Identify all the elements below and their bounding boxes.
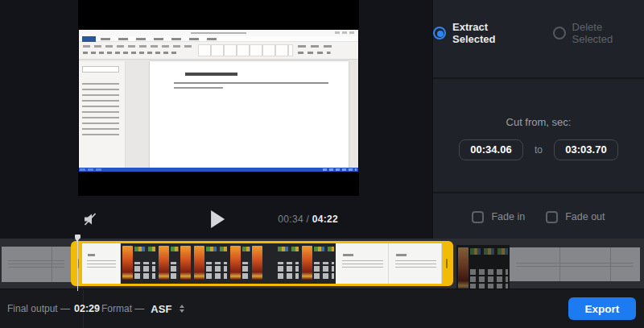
game-thumb-tiles — [242, 262, 250, 280]
checkbox-icon — [546, 211, 558, 223]
video-trimmer-app: 00:34 / 04:22 Extract Selected Delete Se… — [0, 0, 644, 328]
timeline-thumbnail-game[interactable] — [229, 243, 264, 284]
game-poster-art — [302, 246, 312, 280]
handle-grip-icon — [446, 259, 448, 268]
fade-in-checkbox[interactable]: Fade in — [472, 211, 525, 223]
fade-in-label: Fade in — [491, 211, 525, 222]
timeline-thumbnail-game[interactable] — [121, 243, 157, 284]
preview-stage: 00:34 / 04:22 — [0, 0, 432, 239]
delete-selected-radio[interactable]: Delete Selected — [553, 21, 644, 45]
word-styles-gallery — [198, 44, 293, 56]
timeline-thumbnail-game[interactable] — [264, 243, 300, 284]
format-value: ASF — [151, 303, 171, 315]
game-thumb-tiles — [470, 268, 508, 292]
game-poster-art — [230, 246, 241, 280]
timeline-thumbnail-game[interactable] — [157, 243, 192, 284]
timeline-selection[interactable] — [71, 241, 453, 286]
document-paragraph — [174, 82, 329, 92]
game-thumb-tiles — [206, 262, 227, 280]
game-poster-art — [180, 246, 191, 280]
play-button[interactable] — [211, 210, 225, 228]
word-body — [79, 61, 358, 168]
radio-off-icon — [553, 27, 566, 39]
word-titlebar — [79, 30, 358, 36]
timeline-thumbnail-game[interactable] — [192, 243, 229, 284]
windows-taskbar — [79, 168, 358, 172]
word-document-page — [150, 61, 349, 168]
timeline-thumbnails-dimmed-right[interactable] — [510, 247, 640, 281]
format-select[interactable]: Format — ASF — [101, 303, 184, 315]
selection-left-handle[interactable] — [73, 243, 82, 284]
timeline-thumbnail-doc[interactable] — [336, 243, 389, 284]
timeline-thumbnail-doc[interactable] — [82, 243, 121, 284]
selection-track[interactable] — [82, 243, 442, 284]
game-thumb-strip — [278, 247, 299, 252]
cut-from-input[interactable] — [459, 139, 523, 160]
game-poster-art — [458, 247, 469, 290]
word-ribbon — [79, 42, 358, 60]
document-heading — [185, 73, 237, 76]
settings-panel: Extract Selected Delete Selected Cut fro… — [432, 0, 644, 239]
mute-button[interactable] — [80, 209, 101, 230]
word-canvas — [126, 61, 358, 168]
game-thumb-tiles — [134, 262, 155, 280]
game-thumb-strip — [134, 247, 155, 252]
timeline[interactable] — [0, 239, 644, 289]
game-poster-art — [159, 246, 169, 280]
bottom-bar: Final output — 02:29 Format — ASF Export — [0, 289, 644, 328]
timeline-thumbnail-dimmed-game[interactable] — [456, 245, 510, 295]
timeline-thumbnail-doc[interactable] — [389, 243, 442, 284]
final-output: Final output — 02:29 — [0, 289, 84, 328]
game-thumb-tiles — [171, 262, 179, 280]
game-thumb-tiles — [314, 262, 334, 280]
game-poster-art — [194, 246, 204, 280]
mode-section: Extract Selected Delete Selected — [433, 0, 644, 79]
total-duration: 04:22 — [312, 214, 338, 225]
to-label: to — [535, 144, 543, 156]
video-preview[interactable] — [78, 0, 359, 196]
game-thumb-strip — [242, 247, 250, 252]
checkbox-icon — [472, 211, 484, 223]
time-separator: / — [303, 214, 312, 225]
game-poster-art — [252, 246, 262, 280]
word-ribbon-tabs — [79, 36, 358, 42]
selection-right-handle[interactable] — [442, 243, 451, 284]
video-content-word-window — [79, 30, 358, 172]
format-label: Format — — [101, 303, 144, 314]
player-controls: 00:34 / 04:22 — [78, 203, 359, 235]
handle-grip-icon — [77, 259, 79, 268]
export-button[interactable]: Export — [568, 297, 636, 320]
word-file-tab — [82, 36, 96, 42]
game-poster-art — [122, 246, 133, 280]
delete-selected-label: Delete Selected — [572, 21, 644, 45]
extract-selected-label: Extract Selected — [452, 21, 532, 45]
game-thumb-strip — [314, 247, 334, 252]
mode-radio-group: Extract Selected Delete Selected — [433, 21, 644, 45]
game-thumb-strip — [206, 247, 227, 252]
cut-range-section: Cut from, sec: to — [433, 81, 644, 193]
timeline-thumbnails-dimmed-left[interactable] — [2, 247, 71, 282]
cut-to-input[interactable] — [554, 139, 618, 160]
fade-out-checkbox[interactable]: Fade out — [546, 211, 605, 223]
final-output-label: Final output — — [7, 303, 70, 314]
time-display: 00:34 / 04:22 — [278, 214, 338, 225]
volume-muted-icon — [82, 211, 98, 227]
final-output-value: 02:29 — [74, 303, 100, 314]
radio-on-icon — [433, 27, 446, 39]
timeline-thumbnail-game[interactable] — [300, 243, 336, 284]
current-time: 00:34 — [278, 214, 303, 225]
game-thumb-strip — [171, 247, 179, 252]
fade-out-label: Fade out — [565, 211, 605, 222]
game-thumb-tiles — [278, 262, 299, 280]
word-navigation-pane — [79, 61, 126, 168]
cut-range-row: to — [459, 139, 618, 160]
fade-section: Fade in Fade out — [433, 195, 644, 239]
cut-from-label: Cut from, sec: — [506, 116, 572, 128]
extract-selected-radio[interactable]: Extract Selected — [433, 21, 532, 45]
format-select-chevron-icon — [180, 305, 184, 313]
game-thumb-strip — [470, 248, 508, 255]
